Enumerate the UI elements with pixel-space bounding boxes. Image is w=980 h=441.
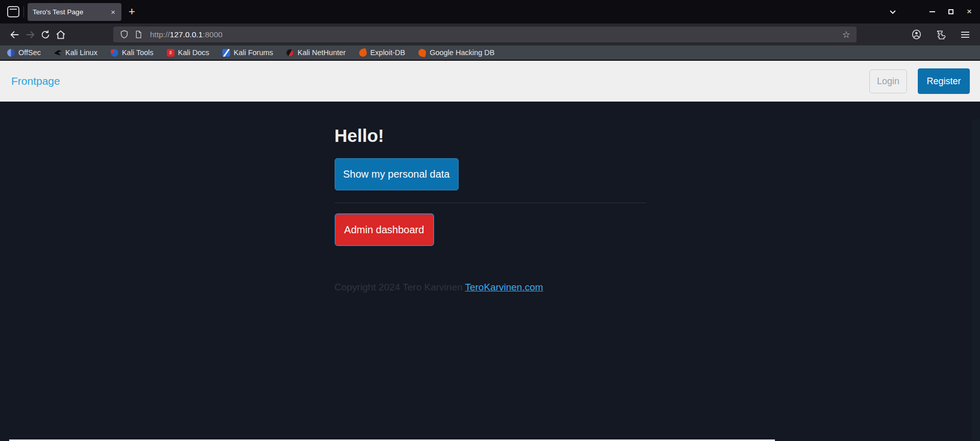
- bookmark-kali-linux[interactable]: Kali Linux: [54, 48, 97, 57]
- bookmark-label: Kali Tools: [122, 48, 154, 57]
- bookmark-kali-nethunter[interactable]: Kali NetHunter: [286, 48, 345, 57]
- exploit-db-icon: [358, 48, 368, 58]
- browser-window: Tero's Test Page × + ×: [0, 0, 980, 441]
- tab-teros-test-page[interactable]: Tero's Test Page ×: [28, 3, 121, 21]
- tab-separator: [23, 6, 24, 17]
- bookmark-google-hacking-db[interactable]: Google Hacking DB: [418, 48, 494, 57]
- account-icon[interactable]: [909, 27, 924, 42]
- kali-forums-icon: [222, 49, 230, 57]
- maximize-button[interactable]: [948, 9, 953, 14]
- new-tab-button[interactable]: +: [129, 5, 135, 18]
- bookmark-label: Kali NetHunter: [297, 48, 345, 57]
- minimize-button[interactable]: [929, 11, 935, 12]
- url-bar[interactable]: http://127.0.0.1:8000 ☆: [113, 27, 857, 42]
- navigation-toolbar: http://127.0.0.1:8000 ☆: [0, 23, 980, 45]
- bookmark-offsec[interactable]: OffSec: [7, 48, 41, 57]
- hero-content: Hello! Show my personal data Admin dashb…: [335, 102, 646, 293]
- tab-title: Tero's Test Page: [33, 8, 110, 16]
- bookmarks-bar: OffSec Kali Linux Kali Tools s Kali Docs…: [0, 45, 980, 60]
- bookmark-kali-forums[interactable]: Kali Forums: [222, 48, 273, 57]
- url-port: :8000: [203, 30, 222, 39]
- toolbar-right-icons: [909, 27, 973, 42]
- copyright-text: Copyright 2024 Tero Karvinen: [335, 282, 465, 292]
- page-viewport: Frontpage Login Register Hello! Show my …: [0, 60, 980, 441]
- bookmark-label: Kali Docs: [178, 48, 209, 57]
- kali-nethunter-icon: [286, 49, 294, 57]
- bookmark-label: Kali Forums: [234, 48, 273, 57]
- kali-tools-icon: [111, 49, 118, 57]
- bookmark-kali-docs[interactable]: s Kali Docs: [167, 48, 209, 57]
- url-host: 127.0.0.1: [170, 30, 203, 39]
- forward-icon[interactable]: [22, 27, 38, 42]
- terokarvinen-link[interactable]: TeroKarvinen.com: [465, 282, 543, 292]
- menu-hamburger-icon[interactable]: [958, 32, 973, 38]
- navbar-actions: Login Register: [869, 68, 970, 94]
- bookmark-label: Exploit-DB: [370, 48, 406, 57]
- admin-dashboard-button[interactable]: Admin dashboard: [335, 213, 434, 246]
- register-button[interactable]: Register: [918, 68, 970, 94]
- kali-docs-icon: s: [167, 49, 174, 57]
- bookmark-label: OffSec: [18, 48, 41, 57]
- bookmark-exploit-db[interactable]: Exploit-DB: [359, 48, 406, 57]
- url-text: http://127.0.0.1:8000: [150, 30, 222, 39]
- bookmark-label: Google Hacking DB: [430, 48, 494, 57]
- tab-close-icon[interactable]: ×: [110, 8, 116, 16]
- extensions-puzzle-icon[interactable]: [933, 27, 948, 42]
- bookmark-star-icon[interactable]: ☆: [842, 29, 850, 40]
- firefox-view-icon[interactable]: [7, 6, 19, 17]
- page-heading: Hello!: [335, 127, 646, 145]
- kali-linux-icon: [54, 49, 62, 57]
- home-icon[interactable]: [53, 27, 68, 42]
- offsec-icon: [7, 49, 15, 57]
- url-scheme: http://: [150, 30, 170, 39]
- page-info-icon[interactable]: [134, 30, 143, 39]
- show-personal-data-button[interactable]: Show my personal data: [335, 158, 459, 190]
- back-icon[interactable]: [7, 27, 22, 42]
- google-hacking-db-icon: [418, 48, 426, 57]
- tabbar-right-controls: ×: [888, 7, 972, 17]
- shield-icon[interactable]: [119, 30, 129, 39]
- site-navbar: Frontpage Login Register: [0, 60, 980, 102]
- page-scrollbar[interactable]: [972, 119, 980, 441]
- section-divider: [335, 203, 646, 203]
- frontpage-link[interactable]: Frontpage: [11, 75, 60, 87]
- reload-icon[interactable]: [38, 27, 53, 42]
- window-close-button[interactable]: ×: [967, 9, 972, 14]
- copyright-line: Copyright 2024 Tero Karvinen TeroKarvine…: [335, 282, 646, 293]
- list-all-tabs-chevron-down-icon[interactable]: [888, 7, 898, 17]
- window-controls: ×: [929, 9, 972, 14]
- bookmark-label: Kali Linux: [65, 48, 97, 57]
- bookmark-kali-tools[interactable]: Kali Tools: [111, 48, 154, 57]
- login-button[interactable]: Login: [869, 69, 907, 93]
- tab-bar: Tero's Test Page × + ×: [0, 0, 980, 23]
